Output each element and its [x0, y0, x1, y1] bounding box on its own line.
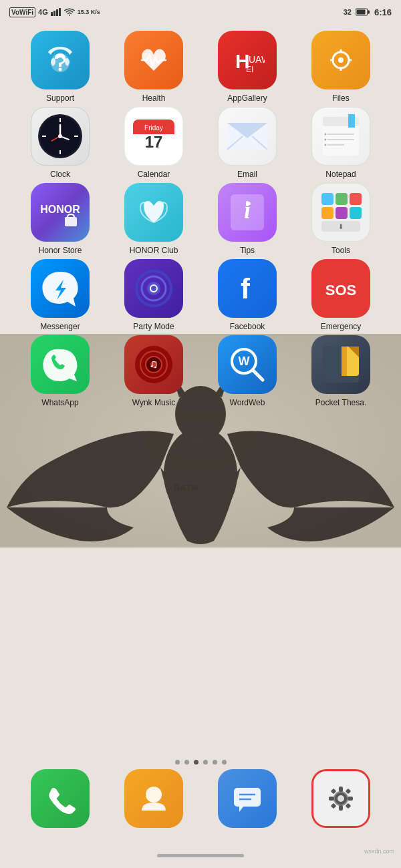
svg-rect-93	[329, 797, 334, 801]
svg-rect-7	[53, 11, 55, 16]
wordweb-icon: W	[218, 335, 277, 394]
svg-rect-95	[331, 789, 336, 794]
dock	[0, 769, 401, 828]
app-row-1: Support Health H UAW EI AppGallery	[13, 31, 388, 103]
tips-label: Tips	[240, 246, 255, 255]
app-pocket[interactable]: Pocket Thesa.	[304, 335, 378, 407]
app-tools[interactable]: ⬇ Tools	[304, 183, 378, 255]
support-label: Support	[46, 93, 74, 103]
health-label: Health	[142, 93, 166, 103]
svg-text:EI: EI	[246, 65, 253, 74]
dot-2	[184, 760, 189, 765]
signal-label: 4G	[38, 8, 48, 16]
svg-point-51	[325, 144, 327, 146]
settings-icon	[311, 769, 370, 828]
status-bar: VoWiFi 4G 15.3 K/s 32	[0, 0, 401, 24]
wifi-icon	[64, 8, 75, 16]
svg-rect-8	[56, 9, 58, 16]
svg-point-19	[338, 57, 344, 63]
svg-rect-60	[321, 207, 333, 219]
dock-settings[interactable]	[304, 769, 378, 828]
battery-icon	[356, 8, 370, 16]
email-icon	[218, 107, 277, 166]
speed-label: 15.3 K/s	[78, 9, 100, 15]
honorstore-icon: HONOR	[31, 183, 90, 242]
svg-rect-85	[234, 788, 261, 807]
svg-text:UAW: UAW	[249, 54, 265, 65]
svg-text:Friday: Friday	[144, 124, 163, 132]
support-icon	[31, 31, 90, 89]
time-display: 6:16	[374, 7, 392, 17]
home-indicator[interactable]	[157, 854, 244, 857]
svg-point-90	[338, 795, 344, 802]
svg-text:17: 17	[145, 133, 163, 151]
messenger-icon	[31, 259, 90, 318]
email-label: Email	[237, 170, 257, 179]
appgallery-label: AppGallery	[227, 93, 267, 103]
tools-icon: ⬇	[311, 183, 370, 242]
dock-phone[interactable]	[23, 769, 97, 828]
contacts-icon	[124, 769, 183, 828]
app-whatsapp[interactable]: WhatsApp	[23, 335, 97, 407]
svg-rect-97	[331, 803, 336, 809]
svg-text:SOS: SOS	[325, 282, 356, 298]
page-indicator	[0, 760, 401, 765]
app-honorstore[interactable]: HONOR Honor Store	[23, 183, 97, 255]
app-health[interactable]: Health	[117, 31, 190, 103]
appgallery-icon: H UAW EI	[218, 31, 277, 89]
svg-rect-53	[65, 217, 77, 226]
app-support[interactable]: Support	[23, 31, 97, 103]
honorstore-label: Honor Store	[39, 246, 82, 255]
svg-text:HONOR: HONOR	[40, 204, 80, 215]
svg-rect-6	[51, 12, 53, 16]
svg-text:♫: ♫	[149, 357, 158, 371]
app-facebook[interactable]: f Facebook	[211, 259, 284, 331]
app-wordweb[interactable]: W WordWeb	[211, 335, 284, 407]
calendar-label: Calendar	[138, 170, 170, 179]
svg-rect-58	[336, 193, 348, 205]
svg-point-14	[59, 68, 62, 71]
svg-rect-94	[348, 797, 353, 801]
dot-6	[222, 760, 227, 765]
app-files[interactable]: Files	[304, 31, 378, 103]
honorclub-label: HONOR Club	[130, 246, 178, 255]
svg-text:f: f	[241, 273, 251, 304]
dock-contacts[interactable]	[117, 769, 190, 828]
app-row-3: HONOR Honor Store HONOR Club	[13, 183, 388, 255]
health-icon	[124, 31, 183, 89]
app-clock[interactable]: Clock	[23, 107, 97, 179]
svg-rect-12	[356, 10, 365, 15]
dot-4	[203, 760, 208, 765]
phone-icon	[31, 769, 90, 828]
partymode-icon	[124, 259, 183, 318]
status-right: 32 6:16	[344, 7, 392, 17]
app-partymode[interactable]: Party Mode	[117, 259, 190, 331]
app-notepad[interactable]: Notepad	[304, 107, 378, 179]
app-messenger[interactable]: Messenger	[23, 259, 97, 331]
app-calendar[interactable]: Friday 17 Calendar	[117, 107, 190, 179]
svg-line-78	[253, 370, 263, 380]
status-left: VoWiFi 4G 15.3 K/s	[9, 7, 100, 17]
partymode-label: Party Mode	[133, 322, 174, 331]
svg-rect-57	[321, 193, 333, 205]
wynk-label: Wynk Music	[132, 398, 176, 407]
dock-messages[interactable]	[211, 769, 284, 828]
messages-icon	[218, 769, 277, 828]
svg-rect-11	[368, 11, 370, 14]
svg-point-50	[325, 139, 327, 141]
watermark: wsxdn.com	[364, 848, 394, 855]
svg-rect-96	[346, 789, 351, 794]
files-label: Files	[332, 93, 349, 103]
svg-rect-98	[346, 803, 351, 809]
app-emergency[interactable]: SOS Emergency	[304, 259, 378, 331]
vowifi-label: VoWiFi	[9, 7, 35, 17]
tools-label: Tools	[331, 246, 350, 255]
dot-5	[213, 760, 217, 765]
app-honorclub[interactable]: HONOR Club	[117, 183, 190, 255]
app-email[interactable]: Email	[211, 107, 284, 179]
app-appgallery[interactable]: H UAW EI AppGallery	[211, 31, 284, 103]
svg-point-84	[146, 787, 162, 803]
app-wynk[interactable]: ♫ Wynk Music	[117, 335, 190, 407]
app-tips[interactable]: i Tips	[211, 183, 284, 255]
svg-rect-92	[339, 805, 343, 811]
